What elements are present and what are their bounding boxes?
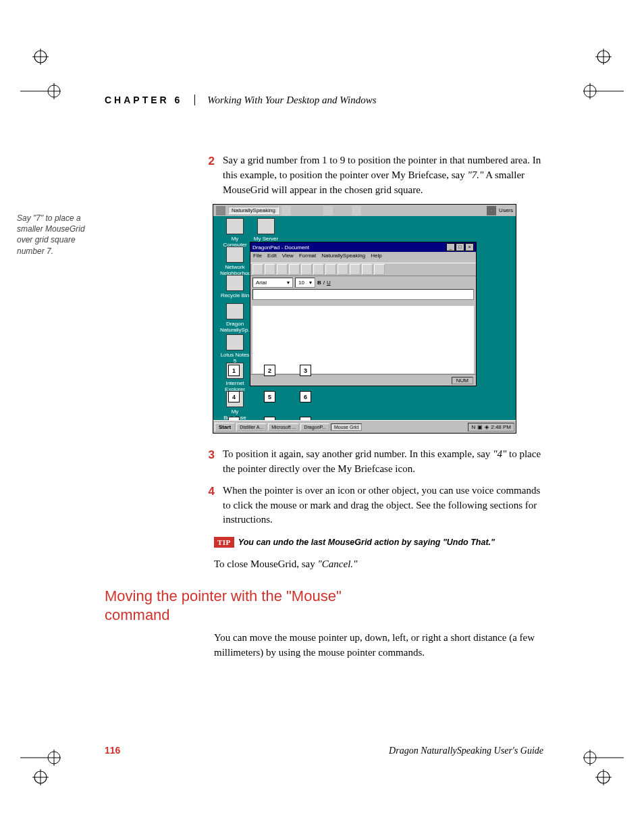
menu-item: View	[282, 253, 294, 262]
tool-icon	[277, 264, 288, 275]
icon-label: Recycle Bin	[220, 292, 250, 298]
tool-icon	[289, 264, 300, 275]
dragon-bar: NaturallySpeaking Users	[213, 205, 516, 216]
underline-icon: U	[327, 280, 331, 286]
section-heading: Moving the pointer with the "Mouse" comm…	[105, 587, 375, 624]
mousegrid-cell-6: 6	[300, 391, 311, 402]
mousegrid-cell-2: 2	[264, 365, 275, 376]
mousegrid-cell-5: 5	[264, 391, 275, 402]
menu-item: File	[253, 253, 262, 262]
desktop-icon: Recycle Bin	[220, 275, 250, 298]
step-number: 2	[191, 153, 223, 197]
tool-icon	[374, 264, 385, 275]
system-tray: N ▣ ◈ 2:48 PM	[468, 423, 514, 432]
desktop-icon: Network Neighborhood	[220, 246, 250, 276]
icon-image	[226, 303, 244, 319]
start-button: Start	[215, 423, 235, 432]
book-title: Dragon NaturallySpeaking User's Guide	[389, 746, 543, 756]
step-2: 2 Say a grid number from 1 to 9 to posit…	[191, 153, 543, 197]
step-4: 4 When the pointer is over an icon or ot…	[191, 484, 543, 527]
page-footer: 116 Dragon NaturallySpeaking User's Guid…	[105, 745, 543, 756]
text: To close MouseGrid, say	[214, 558, 318, 569]
quoted-text: "4"	[493, 448, 506, 459]
quoted-text: "Cancel."	[318, 558, 358, 569]
paragraph: To close MouseGrid, say "Cancel."	[214, 557, 543, 572]
microphone-icon	[216, 206, 225, 215]
step-number: 3	[191, 447, 223, 477]
crop-mark-icon	[32, 49, 49, 65]
tool-icon	[352, 206, 361, 215]
font-name: Arial	[256, 280, 267, 286]
tool-icon	[265, 264, 275, 275]
quoted-text: "7."	[467, 170, 483, 180]
tip-text: You can undo the last MouseGrid action b…	[238, 538, 495, 547]
icon-image	[226, 275, 244, 291]
step-body: Say a grid number from 1 to 9 to positio…	[223, 153, 543, 197]
running-header: CHAPTER 6 Working With Your Desktop and …	[105, 95, 543, 106]
desktop-icon: My Computer	[220, 218, 250, 248]
size-select: 10▾	[295, 278, 315, 288]
tip-callout: TIPYou can undo the last MouseGrid actio…	[214, 537, 543, 548]
tool-icon	[350, 264, 360, 275]
clock: 2:48 PM	[491, 424, 511, 430]
step-3: 3 To position it again, say another grid…	[191, 447, 543, 477]
maximize-icon: □	[456, 243, 464, 251]
font-size: 10	[298, 280, 304, 286]
tray-icon: N	[471, 424, 475, 430]
tool-icon	[362, 264, 373, 275]
taskbar: Start Distiller A...Microsoft ...DragonP…	[213, 420, 516, 433]
mousegrid-cell-1: 1	[228, 365, 240, 376]
bold-icon: B	[317, 280, 321, 286]
tray-icon: ▣	[477, 424, 483, 430]
tool-icon	[313, 264, 324, 275]
tray-icon	[404, 423, 412, 431]
embedded-screenshot: NaturallySpeaking Users My ComputerMy Se…	[213, 204, 516, 434]
taskbar-button: Microsoft ...	[268, 423, 299, 431]
window-buttons: _□×	[446, 243, 474, 251]
tray-icon	[375, 423, 383, 431]
icon-image	[226, 246, 244, 263]
margin-note: Say "7" to place a smaller MouseGrid ove…	[17, 213, 98, 257]
crop-mark-icon	[595, 769, 612, 785]
ns-button: NaturallySpeaking	[228, 207, 279, 214]
desktop-icon: Lotus Notes 5	[220, 334, 250, 364]
icon-image	[226, 334, 244, 350]
crop-mark-icon	[32, 769, 49, 785]
toolbar	[250, 263, 476, 276]
taskbar-button: Distiller A...	[236, 423, 267, 431]
dragonpad-window: DragonPad - Document _□× FileEditViewFor…	[250, 242, 477, 386]
mousegrid-cell-3: 3	[300, 365, 311, 376]
crop-mark-icon	[583, 748, 624, 768]
crop-mark-icon	[20, 748, 61, 768]
taskbar-button: DragonP...	[300, 423, 329, 431]
crop-mark-icon	[595, 49, 612, 65]
crop-mark-icon	[583, 81, 624, 101]
font-select: Arial▾	[252, 278, 293, 288]
title-bar: DragonPad - Document _□×	[250, 242, 476, 252]
tool-icon	[281, 206, 291, 215]
tray-icon	[394, 423, 402, 431]
format-bar: Arial▾ 10▾ B I U	[250, 276, 476, 288]
tip-badge: TIP	[214, 537, 234, 548]
step-number: 4	[191, 484, 223, 527]
text: To position it again, say another grid n…	[223, 448, 493, 459]
menu-bar: FileEditViewFormatNaturallySpeakingHelp	[250, 252, 476, 263]
page-number: 116	[105, 745, 120, 756]
tool-icon	[325, 264, 336, 275]
icon-image	[257, 218, 275, 234]
desktop-icon: Dragon NaturallySp...	[220, 303, 250, 333]
icon-image	[226, 218, 244, 234]
tool-icon	[323, 206, 333, 215]
tray-icon	[366, 423, 374, 431]
document-area	[252, 306, 474, 373]
users-icon	[487, 206, 496, 215]
icon-label: Dragon NaturallySp...	[220, 321, 250, 333]
step-body: To position it again, say another grid n…	[223, 447, 543, 477]
tool-icon	[252, 264, 263, 275]
step-body: When the pointer is over an icon or othe…	[223, 484, 543, 527]
num-indicator: NUM	[452, 377, 473, 384]
tool-icon	[301, 264, 312, 275]
mousegrid-cell-4: 4	[228, 391, 240, 402]
tray-icon: ◈	[485, 424, 489, 430]
menu-item: Format	[299, 253, 316, 262]
